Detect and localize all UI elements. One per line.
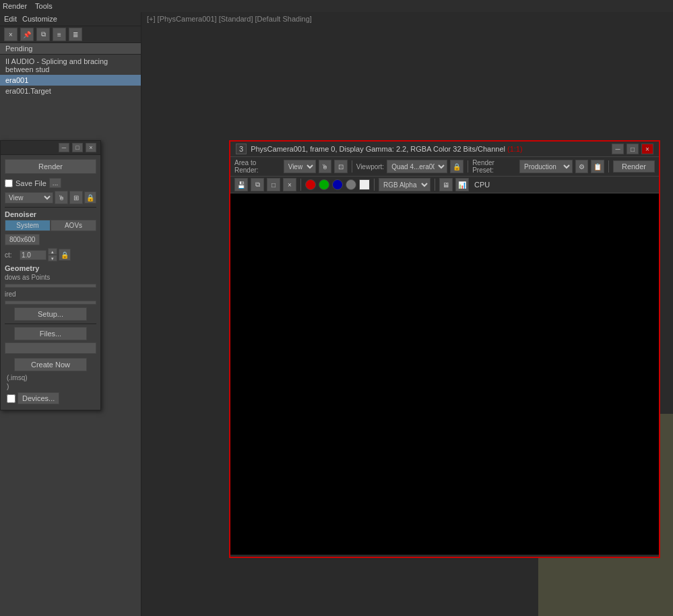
scene-item-camera001-target[interactable]: era001.Target [0,86,141,96]
pin-icon-btn[interactable]: 📌 [20,28,34,41]
display-icon1[interactable]: 🖥 [439,178,453,191]
render-toolbar: Area to Render: View 🖱 ⊡ Viewport: Quad … [230,157,659,177]
view-lock-icon[interactable]: 🔒 [84,191,96,204]
menu-render[interactable]: Render [3,2,27,10]
tab-system[interactable]: System [5,220,51,231]
render-output-titlebar: 3 PhysCamera001, frame 0, Display Gamma:… [230,142,659,157]
render-settings-titlebar: ─ □ × [1,141,100,155]
create-now-button[interactable]: Create Now [14,358,88,371]
files-button[interactable]: Files... [14,327,88,340]
viewport-label: Viewport: [356,163,385,171]
tab-aovs[interactable]: AOVs [51,220,96,231]
save-file-dots-button[interactable]: ... [49,178,61,188]
main-viewport: [+] [PhysCamera001] [Standard] [Default … [141,12,673,616]
save-file-label: Save File [15,179,46,187]
preset-extra-icon[interactable]: 📋 [591,160,604,173]
size-preset-button[interactable]: 800x600 [5,234,40,245]
render-win-minimize-button[interactable]: ─ [612,144,624,154]
ct-increment[interactable]: ▴ [48,248,57,255]
channel-red-dot[interactable] [305,179,316,190]
render-button[interactable]: Render [5,159,96,174]
render-output-body [230,193,659,555]
area-to-render-section: Area to Render: View 🖱 ⊡ [234,159,348,174]
ct-decrement[interactable]: ▾ [48,255,57,261]
render-toolbar2: 💾 ⧉ □ × RGB Alpha 🖥 📊 CPU [230,177,659,193]
viewport-section: Viewport: Quad 4...era001 🔒 [356,160,464,173]
viewport-select[interactable]: Quad 4...era001 [387,160,447,173]
viewport-header: [+] [PhysCamera001] [Standard] [Default … [141,12,673,26]
section-tabs: System AOVs [5,220,96,231]
slider-bar2[interactable] [5,301,96,305]
close-icon-btn[interactable]: × [4,28,18,41]
menu-tools[interactable]: Tools [35,2,53,10]
area-to-render-label: Area to Render: [234,159,281,174]
fired-label: ired [5,290,96,298]
windows-points-label: dows as Points [5,274,96,281]
scene-item-audio[interactable]: II AUDIO - Splicing and bracing between … [0,56,141,75]
ct-input[interactable] [20,250,46,260]
render-win-controls: ─ □ × [612,144,653,154]
rt-render-button[interactable]: Render [613,160,655,173]
close-icon-btn[interactable]: × [283,178,296,191]
ct-spinner: ▴ ▾ [48,248,57,261]
devices-button[interactable]: Devices... [18,392,59,404]
denoiser-label: Denoiser [5,210,96,218]
filename-input[interactable] [5,342,96,354]
copy-icon-btn[interactable]: ⧉ [251,178,264,191]
viewport-header-text: [+] [PhysCamera001] [Standard] [Default … [147,15,312,23]
save-file-row: Save File ... [5,178,96,188]
minimize-button[interactable]: ─ [59,143,69,152]
top-menu-bar: Render Tools [0,0,673,12]
devices-checkbox[interactable] [7,394,15,403]
maximize-button[interactable]: □ [72,143,83,152]
render-preset-section: Render Preset: Production ⚙ 📋 [472,159,604,174]
channel-alpha-dot[interactable] [346,179,356,190]
win-controls: ─ □ × [59,143,96,152]
extra-icon-btn[interactable]: ≣ [69,28,82,41]
render-win-maximize-button[interactable]: □ [627,144,639,154]
preset-settings-icon[interactable]: ⚙ [575,160,589,173]
clone-icon-btn[interactable]: ⧉ [36,28,50,41]
settings-icon-btn[interactable]: ≡ [53,28,66,41]
menu-customize[interactable]: Customize [22,15,57,23]
view-icon2[interactable]: ⊞ [69,191,83,204]
channel-select[interactable]: RGB Alpha [379,178,430,191]
clone-icon-btn[interactable]: □ [267,178,280,191]
slider-bar[interactable] [5,284,96,288]
cpu-label: CPU [472,181,492,189]
close-button[interactable]: × [86,143,96,152]
close-paren-label: ) [5,382,96,391]
display-icon2[interactable]: 📊 [455,178,469,191]
left-panel-toolbar: Edit Customize [0,12,141,26]
channel-green-dot[interactable] [319,179,329,190]
imsq-label: (.imsq) [5,373,96,382]
ct-lock-icon[interactable]: 🔒 [59,249,71,261]
channel-blue-dot[interactable] [332,179,343,190]
view-select[interactable]: View [5,192,53,204]
area-view-select[interactable]: View [284,160,316,173]
channel-white-square[interactable] [359,179,370,190]
render-settings-body: Render Save File ... View 🖱 ⊞ 🔒 Denoiser… [1,155,100,410]
save-file-checkbox[interactable] [5,179,13,187]
area-icon2[interactable]: ⊡ [334,160,348,173]
render-win-number: 3 [236,144,247,154]
ct-input-row: ct: ▴ ▾ 🔒 [5,248,96,261]
scene-panel-title: Pending [0,43,141,55]
geometry-label: Geometry [5,264,96,272]
ct-label: ct: [5,251,18,259]
setup-button[interactable]: Setup... [14,307,88,321]
scene-item-camera001[interactable]: era001 [0,75,141,86]
menu-edit[interactable]: Edit [4,15,17,23]
scene-items: II AUDIO - Splicing and bracing between … [0,55,141,98]
render-canvas [230,193,659,555]
devices-row: Devices... [5,391,96,406]
render-settings-window: ─ □ × Render Save File ... View 🖱 ⊞ 🔒 [0,140,101,410]
render-win-title-text: PhysCamera001, frame 0, Display Gamma: 2… [251,145,523,153]
viewport-lock-icon[interactable]: 🔒 [450,160,463,173]
render-win-close-button[interactable]: × [641,144,653,154]
render-preset-select[interactable]: Production [519,160,573,173]
view-icon1[interactable]: 🖱 [55,191,68,204]
save-icon-btn[interactable]: 💾 [234,178,248,191]
area-icon1[interactable]: 🖱 [319,160,332,173]
left-panel: Edit Customize × 📌 ⧉ ≡ ≣ Pending II AUDI… [0,12,141,616]
